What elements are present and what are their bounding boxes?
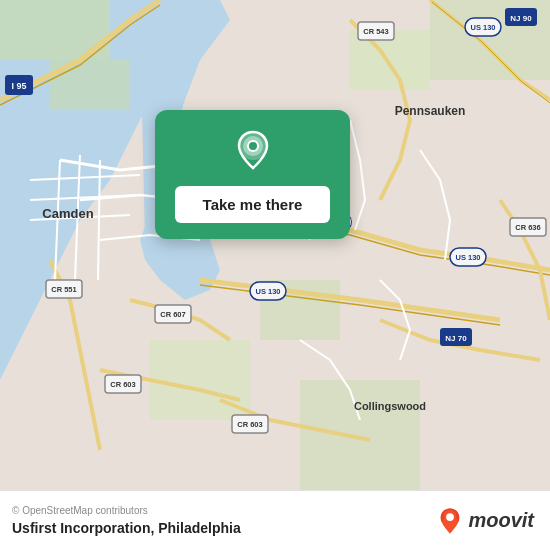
moovit-logo: moovit xyxy=(436,507,534,535)
svg-text:US 130: US 130 xyxy=(455,253,480,262)
svg-text:CR 543: CR 543 xyxy=(363,27,388,36)
popup-card: Take me there xyxy=(155,110,350,239)
svg-text:CR 551: CR 551 xyxy=(51,285,76,294)
svg-text:NJ 70: NJ 70 xyxy=(445,334,467,343)
svg-text:US 130: US 130 xyxy=(470,23,495,32)
location-pin-icon xyxy=(231,128,275,172)
svg-rect-7 xyxy=(300,380,420,490)
svg-text:CR 603: CR 603 xyxy=(237,420,262,429)
svg-point-41 xyxy=(249,142,257,150)
svg-text:NJ 90: NJ 90 xyxy=(510,14,532,23)
bottom-bar: © OpenStreetMap contributors Usfirst Inc… xyxy=(0,490,550,550)
svg-text:CR 603: CR 603 xyxy=(110,380,135,389)
copyright-text: © OpenStreetMap contributors xyxy=(12,505,241,516)
svg-text:I 95: I 95 xyxy=(11,81,26,91)
svg-point-42 xyxy=(447,513,455,521)
svg-text:CR 607: CR 607 xyxy=(160,310,185,319)
bottom-info: © OpenStreetMap contributors Usfirst Inc… xyxy=(12,505,241,536)
svg-text:Camden: Camden xyxy=(42,206,93,221)
map-container: I 95 NJ 90 US 130 US 130 US 130 CR 543 U… xyxy=(0,0,550,490)
svg-text:CR 636: CR 636 xyxy=(515,223,540,232)
location-name: Usfirst Incorporation, Philadelphia xyxy=(12,520,241,536)
moovit-brand-text: moovit xyxy=(468,509,534,532)
take-me-there-button[interactable]: Take me there xyxy=(175,186,331,223)
svg-text:Pennsauken: Pennsauken xyxy=(395,104,466,118)
svg-text:US 130: US 130 xyxy=(255,287,280,296)
svg-text:Collingswood: Collingswood xyxy=(354,400,426,412)
moovit-pin-icon xyxy=(436,507,464,535)
